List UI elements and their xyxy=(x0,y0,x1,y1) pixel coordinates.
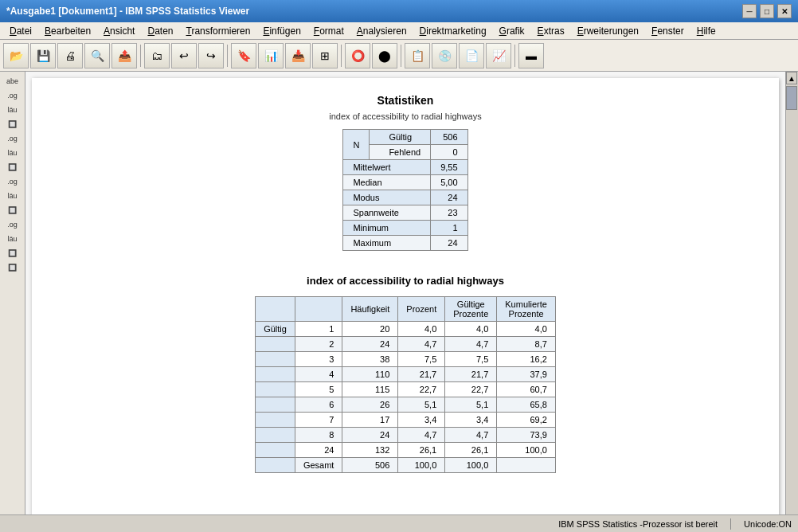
menu-bearbeiten[interactable]: Bearbeiten xyxy=(38,24,97,38)
scroll-up-arrow[interactable]: ▲ xyxy=(786,72,797,84)
menu-fenster[interactable]: Fenster xyxy=(645,24,690,38)
preview-button[interactable]: 🔍 xyxy=(84,43,110,68)
freq-gueltig: 26,1 xyxy=(445,443,497,458)
open-button[interactable]: 📂 xyxy=(3,43,29,68)
menu-transformieren[interactable]: Transformieren xyxy=(180,24,257,38)
left-item-og2[interactable]: .og xyxy=(2,132,24,145)
median-label: Median xyxy=(343,175,431,190)
left-item-lau4[interactable]: läu xyxy=(2,233,24,245)
toolbar-sep-2 xyxy=(227,45,228,67)
table-row: N Gültig 506 xyxy=(343,130,467,145)
table-row: Modus 24 xyxy=(343,190,467,205)
modus-label: Modus xyxy=(343,190,431,205)
menu-extras[interactable]: Extras xyxy=(531,24,571,38)
col-haeufigkeit: Häufigkeit xyxy=(342,297,398,322)
scroll-thumb[interactable] xyxy=(786,86,797,110)
table-row: 2 24 4,7 4,7 8,7 xyxy=(256,337,556,352)
right-scrollbar[interactable]: ▲ xyxy=(785,72,798,514)
left-item-abe[interactable]: abe xyxy=(2,75,24,88)
gueltig-label: Gültig xyxy=(370,130,431,145)
menu-hilfe[interactable]: Hilfe xyxy=(690,24,722,38)
doc-button[interactable]: 📄 xyxy=(459,43,484,68)
left-item-icon2[interactable]: 🔲 xyxy=(2,161,24,174)
left-item-og4[interactable]: .og xyxy=(2,218,24,231)
freq-gueltig: 4,0 xyxy=(445,322,497,337)
freq-haeufigkeit: 17 xyxy=(342,413,398,428)
menu-format[interactable]: Format xyxy=(307,24,350,38)
freq-prozent: 4,7 xyxy=(398,428,445,443)
freq-haeufigkeit: 26 xyxy=(342,397,398,413)
circle2-button[interactable]: ⬤ xyxy=(372,43,397,68)
freq-header-row: Häufigkeit Prozent GültigeProzente Kumul… xyxy=(256,297,556,322)
menu-grafik[interactable]: Grafik xyxy=(493,24,531,38)
spannweite-value: 23 xyxy=(431,205,467,221)
freq-val: 8 xyxy=(295,428,342,443)
menu-einfuegen[interactable]: Einfügen xyxy=(256,24,307,38)
minimize-button[interactable]: ─ xyxy=(742,4,757,18)
content-area[interactable]: Statistiken index of accessibility to ra… xyxy=(25,72,785,514)
gray-button[interactable]: ▬ xyxy=(518,43,544,68)
disk-button[interactable]: 💿 xyxy=(432,43,457,68)
menu-analysieren[interactable]: Analysieren xyxy=(350,24,413,38)
freq-gueltig: 100,0 xyxy=(445,458,497,473)
left-item-icon4[interactable]: 🔲 xyxy=(2,247,24,260)
spannweite-label: Spannweite xyxy=(343,205,431,221)
freq-haeufigkeit: 506 xyxy=(342,458,398,473)
table-row: Maximum 24 xyxy=(343,236,467,251)
chart-button[interactable]: 📈 xyxy=(486,43,511,68)
insert-button[interactable]: 📥 xyxy=(285,43,311,68)
statistics-table: N Gültig 506 Fehlend 0 Mittelwert 9,55 M… xyxy=(342,129,467,251)
close-button[interactable]: ✕ xyxy=(777,4,792,18)
menu-direktmarketing[interactable]: Direktmarketing xyxy=(413,24,493,38)
left-item-lau3[interactable]: läu xyxy=(2,190,24,202)
left-item-icon5[interactable]: 🔲 xyxy=(2,261,24,274)
list-button[interactable]: 📋 xyxy=(405,43,430,68)
col-kumulierte-prozente: KumulierteProzente xyxy=(497,297,556,322)
freq-gueltig: 5,1 xyxy=(445,397,497,413)
freq-val: 3 xyxy=(295,352,342,367)
left-item-og3[interactable]: .og xyxy=(2,175,24,188)
table-row: 5 115 22,7 22,7 60,7 xyxy=(256,382,556,397)
table-row: 3 38 7,5 7,5 16,2 xyxy=(256,352,556,367)
menu-erweiterungen[interactable]: Erweiterungen xyxy=(571,24,645,38)
redo-button[interactable]: ↪ xyxy=(198,43,224,68)
grid-button[interactable]: ⊞ xyxy=(312,43,338,68)
freq-kumuliert: 69,2 xyxy=(497,413,556,428)
freq-group: Gültig xyxy=(256,322,295,337)
mittelwert-label: Mittelwert xyxy=(343,160,431,175)
export-button[interactable]: 📤 xyxy=(111,43,137,68)
undo-button[interactable]: ↩ xyxy=(171,43,197,68)
median-value: 5,00 xyxy=(431,175,467,190)
left-item-icon3[interactable]: 🔲 xyxy=(2,204,24,217)
table-row: Median 5,00 xyxy=(343,175,467,190)
main-layout: abe .og läu 🔲 .og läu 🔲 .og läu 🔲 .og lä… xyxy=(0,72,798,514)
title-bar: *Ausgabe1 [Dokument1] - IBM SPSS Statist… xyxy=(0,0,798,22)
save-button[interactable]: 💾 xyxy=(30,43,56,68)
freq-prozent: 5,1 xyxy=(398,397,445,413)
left-item-lau1[interactable]: läu xyxy=(2,104,24,116)
toolbar: 📂 💾 🖨 🔍 📤 🗂 ↩ ↪ 🔖 📊 📥 ⊞ ⭕ ⬤ 📋 💿 📄 📈 ▬ xyxy=(0,40,798,72)
print-button[interactable]: 🖨 xyxy=(57,43,83,68)
freq-haeufigkeit: 38 xyxy=(342,352,398,367)
circle1-button[interactable]: ⭕ xyxy=(345,43,370,68)
maximize-button[interactable]: □ xyxy=(760,4,774,18)
freq-gueltig: 4,7 xyxy=(445,428,497,443)
menu-datei[interactable]: Datei xyxy=(3,24,38,38)
menu-ansicht[interactable]: Ansicht xyxy=(97,24,141,38)
view-button[interactable]: 🗂 xyxy=(144,43,170,68)
menu-daten[interactable]: Daten xyxy=(141,24,179,38)
col-gueltige-prozente: GültigeProzente xyxy=(445,297,497,322)
freq-group xyxy=(256,382,295,397)
freq-haeufigkeit: 20 xyxy=(342,322,398,337)
left-item-lau2[interactable]: läu xyxy=(2,147,24,159)
freq-kumuliert: 8,7 xyxy=(497,337,556,352)
table-button[interactable]: 📊 xyxy=(258,43,284,68)
left-item-og1[interactable]: .og xyxy=(2,89,24,102)
freq-haeufigkeit: 24 xyxy=(342,428,398,443)
left-item-icon1[interactable]: 🔲 xyxy=(2,118,24,131)
freq-gueltig: 22,7 xyxy=(445,382,497,397)
bookmark-button[interactable]: 🔖 xyxy=(231,43,256,68)
minimum-label: Minimum xyxy=(343,221,431,236)
freq-kumuliert: 65,8 xyxy=(497,397,556,413)
freq-group xyxy=(256,397,295,413)
